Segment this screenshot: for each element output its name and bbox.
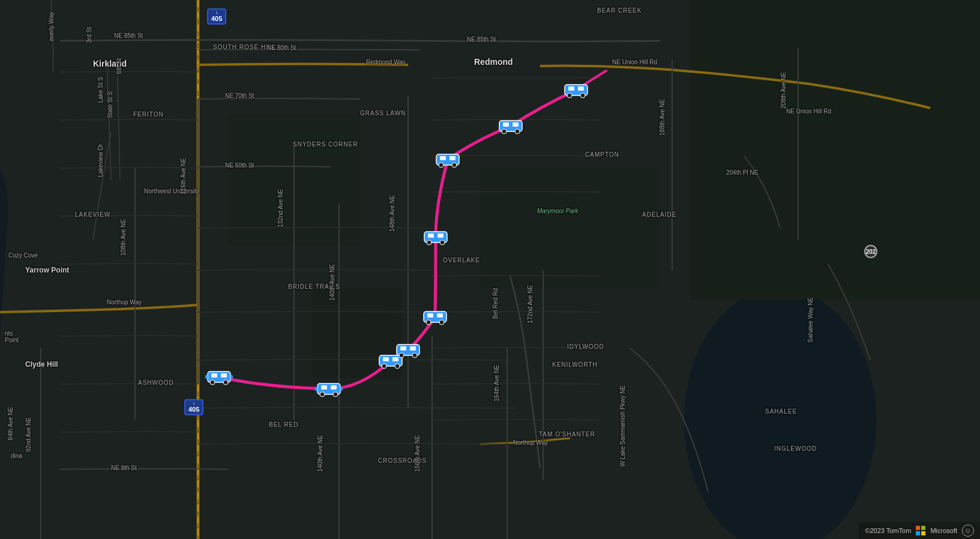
svg-point-33 xyxy=(426,320,431,325)
vehicle-v4 xyxy=(394,341,422,359)
svg-rect-41 xyxy=(440,156,446,160)
svg-rect-15 xyxy=(331,385,337,390)
svg-point-44 xyxy=(452,163,457,167)
svg-rect-46 xyxy=(503,122,509,127)
microsoft-logo xyxy=(916,526,925,535)
svg-point-53 xyxy=(567,93,572,98)
vehicle-v8 xyxy=(497,117,525,135)
svg-point-29 xyxy=(412,353,417,358)
svg-point-43 xyxy=(439,163,443,167)
attribution-text: ©2023 TomTom xyxy=(865,527,911,534)
svg-point-38 xyxy=(427,240,431,245)
svg-marker-18 xyxy=(315,386,317,392)
svg-point-34 xyxy=(439,320,444,325)
svg-point-48 xyxy=(502,129,507,134)
svg-rect-36 xyxy=(428,233,434,238)
svg-rect-51 xyxy=(568,86,574,91)
svg-rect-2 xyxy=(690,0,980,300)
svg-rect-27 xyxy=(410,346,416,351)
svg-point-16 xyxy=(320,392,325,397)
vehicle-v6 xyxy=(422,228,449,246)
svg-rect-42 xyxy=(449,156,455,160)
svg-point-10 xyxy=(223,380,228,385)
settings-icon[interactable]: ☺ xyxy=(962,525,974,537)
svg-rect-32 xyxy=(437,313,443,318)
svg-point-49 xyxy=(515,129,520,134)
svg-rect-31 xyxy=(427,313,433,318)
svg-point-24 xyxy=(395,364,400,369)
svg-rect-52 xyxy=(578,86,584,91)
svg-point-54 xyxy=(580,93,585,98)
svg-point-39 xyxy=(440,240,445,245)
svg-rect-37 xyxy=(437,233,443,238)
vehicle-v9 xyxy=(562,81,590,99)
svg-rect-8 xyxy=(221,373,227,378)
attribution-bar: ©2023 TomTom Microsoft ☺ xyxy=(859,522,980,539)
svg-point-28 xyxy=(399,353,404,358)
svg-marker-12 xyxy=(230,374,233,380)
svg-rect-26 xyxy=(400,346,406,351)
svg-marker-11 xyxy=(205,374,208,380)
svg-rect-3 xyxy=(480,168,660,288)
map-container: Kirkland Redmond BEAR CREEK SOUTH ROSE H… xyxy=(0,0,980,539)
provider-text: Microsoft xyxy=(930,527,957,534)
svg-rect-47 xyxy=(513,122,519,127)
svg-rect-21 xyxy=(383,357,389,361)
svg-point-23 xyxy=(382,364,386,369)
svg-point-9 xyxy=(210,380,215,385)
vehicle-v5 xyxy=(421,308,449,326)
vehicle-v2 xyxy=(315,380,343,398)
map-background xyxy=(0,0,980,539)
svg-marker-19 xyxy=(340,386,343,392)
svg-rect-14 xyxy=(321,385,327,390)
svg-point-17 xyxy=(333,392,338,397)
vehicle-v1 xyxy=(205,368,233,386)
svg-rect-7 xyxy=(211,373,217,378)
vehicle-v7 xyxy=(434,151,461,169)
